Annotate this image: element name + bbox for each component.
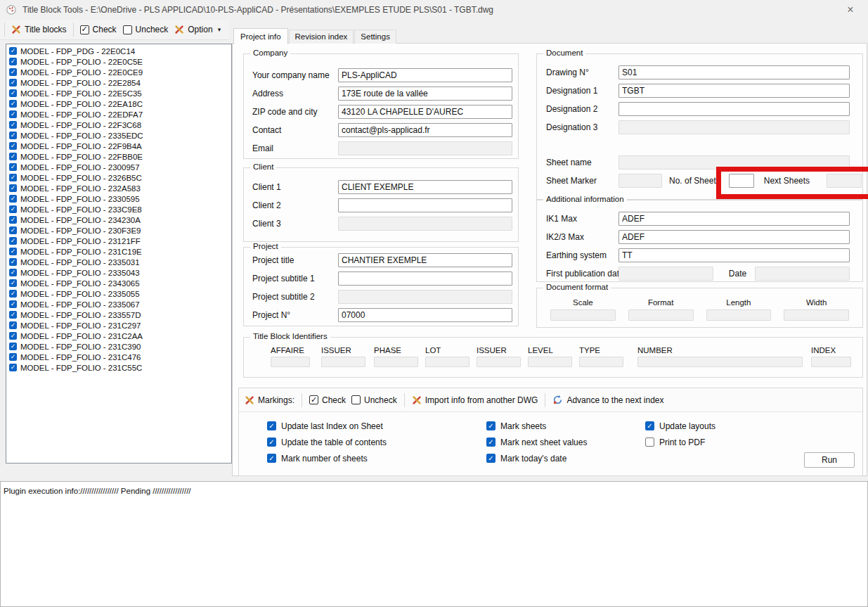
title-blocks-button[interactable]: Title blocks xyxy=(11,25,67,34)
text-input[interactable] xyxy=(618,230,850,244)
marking-checkbox-item[interactable]: Mark next sheet values xyxy=(486,435,587,449)
text-input[interactable] xyxy=(338,68,512,82)
markings-uncheck-button[interactable]: Uncheck xyxy=(351,395,397,405)
list-item[interactable]: MODEL - FDP_FOLIO - 234230A xyxy=(6,215,231,225)
markings-button[interactable]: Markings: xyxy=(245,395,294,405)
checkbox-checked-icon[interactable] xyxy=(9,353,17,361)
text-input[interactable] xyxy=(338,253,512,267)
text-input[interactable] xyxy=(338,105,512,119)
list-item[interactable]: MODEL - FDP_PDG - 22E0C14 xyxy=(6,46,231,56)
list-item[interactable]: MODEL - FDP_FOLIO - 2335067 xyxy=(6,299,231,309)
checkbox-checked-icon[interactable] xyxy=(267,421,276,430)
list-item[interactable]: MODEL - FDP_FOLIO - 22EDFA7 xyxy=(6,109,231,120)
list-item[interactable]: MODEL - FDP_FOLIO - 231C19E xyxy=(6,246,231,257)
list-item[interactable]: MODEL - FDP_FOLIO - 231C2AA xyxy=(6,331,231,341)
checkbox-checked-icon[interactable] xyxy=(9,216,17,224)
checkbox-checked-icon[interactable] xyxy=(9,205,17,213)
checkbox-checked-icon[interactable] xyxy=(9,153,17,160)
check-button[interactable]: Check xyxy=(80,25,117,34)
text-input[interactable] xyxy=(618,102,850,116)
text-input[interactable] xyxy=(338,123,512,137)
text-input[interactable] xyxy=(618,65,850,79)
text-input[interactable] xyxy=(338,180,512,194)
marking-checkbox-item[interactable]: Mark number of sheets xyxy=(267,452,387,465)
list-item[interactable]: MODEL - FDP_FOLIO - 232A583 xyxy=(6,183,231,193)
checkbox-checked-icon[interactable] xyxy=(9,142,17,150)
list-item[interactable]: MODEL - FDP_FOLIO - 22FBB0E xyxy=(6,151,231,162)
checkbox-empty-icon[interactable] xyxy=(645,437,654,447)
marking-checkbox-item[interactable]: Update last Index on Sheet xyxy=(267,419,387,433)
text-input[interactable] xyxy=(338,198,512,212)
run-button[interactable]: Run xyxy=(804,452,855,468)
checkbox-checked-icon[interactable] xyxy=(486,454,495,463)
checkbox-checked-icon[interactable] xyxy=(645,421,654,430)
checkbox-checked-icon[interactable] xyxy=(9,258,17,266)
text-input[interactable] xyxy=(338,271,512,286)
checkbox-checked-icon[interactable] xyxy=(9,174,17,181)
tab-revision-index[interactable]: Revision index xyxy=(289,30,354,44)
list-item[interactable]: MODEL - FDP_FOLIO - 2326B5C xyxy=(6,172,231,183)
list-item[interactable]: MODEL - FDP_FOLIO - 22E2854 xyxy=(6,77,231,88)
checkbox-checked-icon[interactable] xyxy=(9,332,17,340)
checkbox-checked-icon[interactable] xyxy=(9,184,17,192)
list-item[interactable]: MODEL - FDP_FOLIO - 2300957 xyxy=(6,162,231,172)
checkbox-checked-icon[interactable] xyxy=(9,248,17,255)
checkbox-checked-icon[interactable] xyxy=(267,437,276,447)
checkbox-checked-icon[interactable] xyxy=(486,421,495,430)
text-input[interactable] xyxy=(618,212,850,226)
checkbox-checked-icon[interactable] xyxy=(9,237,17,245)
checkbox-checked-icon[interactable] xyxy=(9,89,17,97)
close-icon[interactable]: × xyxy=(838,4,862,16)
text-input[interactable] xyxy=(338,308,512,322)
list-item[interactable]: MODEL - FDP_FOLIO - 231C55C xyxy=(6,362,231,373)
checkbox-checked-icon[interactable] xyxy=(9,68,17,76)
no-of-sheets-input[interactable] xyxy=(729,174,754,188)
list-item[interactable]: MODEL - FDP_FOLIO - 233557D xyxy=(6,309,231,320)
checkbox-checked-icon[interactable] xyxy=(9,100,17,108)
model-list[interactable]: MODEL - FDP_PDG - 22E0C14MODEL - FDP_FOL… xyxy=(6,44,232,464)
checkbox-checked-icon[interactable] xyxy=(9,110,17,118)
list-item[interactable]: MODEL - FDP_FOLIO - 22F9B4A xyxy=(6,141,231,151)
list-item[interactable]: MODEL - FDP_FOLIO - 22E5C35 xyxy=(6,88,231,98)
list-item[interactable]: MODEL - FDP_FOLIO - 2335EDC xyxy=(6,130,231,141)
checkbox-checked-icon[interactable] xyxy=(9,195,17,203)
marking-checkbox-item[interactable]: Mark sheets xyxy=(486,419,587,433)
marking-checkbox-item[interactable]: Update layouts xyxy=(645,419,715,433)
list-item[interactable]: MODEL - FDP_FOLIO - 231C390 xyxy=(6,341,231,352)
checkbox-checked-icon[interactable] xyxy=(267,454,276,463)
marking-checkbox-item[interactable]: Print to PDF xyxy=(645,435,715,449)
checkbox-checked-icon[interactable] xyxy=(9,79,17,87)
checkbox-checked-icon[interactable] xyxy=(9,364,17,371)
checkbox-checked-icon[interactable] xyxy=(9,290,17,298)
checkbox-checked-icon[interactable] xyxy=(9,343,17,350)
list-item[interactable]: MODEL - FDP_FOLIO - 231C297 xyxy=(6,320,231,331)
list-item[interactable]: MODEL - FDP_FOLIO - 22EA18C xyxy=(6,98,231,109)
checkbox-checked-icon[interactable] xyxy=(486,437,495,447)
marking-checkbox-item[interactable]: Update the table of contents xyxy=(267,435,387,449)
list-item[interactable]: MODEL - FDP_FOLIO - 2335055 xyxy=(6,288,231,299)
checkbox-checked-icon[interactable] xyxy=(9,47,17,55)
checkbox-checked-icon[interactable] xyxy=(9,321,17,329)
list-item[interactable]: MODEL - FDP_FOLIO - 23121FF xyxy=(6,236,231,246)
text-input[interactable] xyxy=(618,248,850,262)
list-item[interactable]: MODEL - FDP_FOLIO - 2335031 xyxy=(6,257,231,267)
list-item[interactable]: MODEL - FDP_FOLIO - 2335043 xyxy=(6,267,231,278)
text-input[interactable] xyxy=(618,84,850,98)
checkbox-checked-icon[interactable] xyxy=(9,132,17,139)
checkbox-checked-icon[interactable] xyxy=(9,279,17,287)
list-item[interactable]: MODEL - FDP_FOLIO - 230F3E9 xyxy=(6,225,231,236)
text-input[interactable] xyxy=(338,87,512,101)
checkbox-checked-icon[interactable] xyxy=(9,269,17,276)
import-dwg-button[interactable]: Import info from another DWG xyxy=(412,395,538,405)
marking-checkbox-item[interactable]: Mark today's date xyxy=(486,452,587,465)
checkbox-checked-icon[interactable] xyxy=(9,226,17,234)
list-item[interactable]: MODEL - FDP_FOLIO - 2330595 xyxy=(6,193,231,204)
list-item[interactable]: MODEL - FDP_FOLIO - 233C9E8 xyxy=(6,204,231,215)
checkbox-checked-icon[interactable] xyxy=(9,163,17,171)
advance-index-button[interactable]: Advance to the next index xyxy=(552,395,663,405)
list-item[interactable]: MODEL - FDP_FOLIO - 231C476 xyxy=(6,352,231,362)
uncheck-button[interactable]: Uncheck xyxy=(123,25,169,34)
tab-project-info[interactable]: Project info xyxy=(233,28,288,44)
checkbox-checked-icon[interactable] xyxy=(9,58,17,65)
checkbox-checked-icon[interactable] xyxy=(9,121,17,129)
